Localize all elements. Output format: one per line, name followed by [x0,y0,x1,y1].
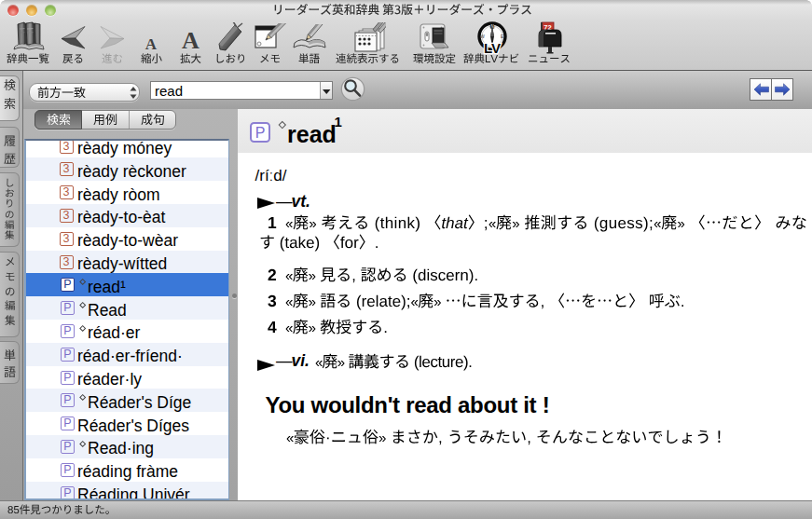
svg-text:N: N [490,24,493,29]
svg-text:E: E [501,34,503,39]
svg-text:LV: LV [484,40,501,55]
